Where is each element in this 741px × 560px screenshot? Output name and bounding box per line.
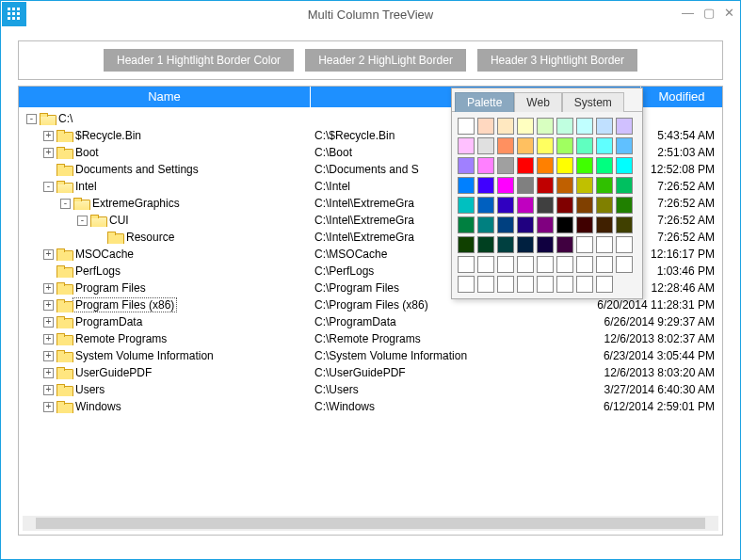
color-swatch[interactable] (477, 118, 494, 135)
color-swatch[interactable] (458, 276, 475, 293)
header2-button[interactable]: Header 2 HighLight Border (305, 49, 466, 72)
color-swatch[interactable] (556, 256, 573, 273)
expander-icon[interactable]: - (43, 182, 54, 192)
color-swatch[interactable] (497, 137, 514, 154)
color-swatch[interactable] (596, 197, 613, 214)
color-swatch[interactable] (477, 216, 494, 233)
color-swatch[interactable] (458, 256, 475, 273)
color-swatch[interactable] (576, 236, 593, 253)
expander-icon[interactable]: - (77, 216, 88, 226)
tree-row[interactable]: +UsersC:\Users3/27/2014 6:40:30 AM (19, 381, 722, 398)
color-swatch[interactable] (537, 216, 554, 233)
color-swatch[interactable] (537, 236, 554, 253)
color-swatch[interactable] (537, 157, 554, 174)
expander-icon[interactable]: + (43, 351, 54, 361)
color-swatch[interactable] (517, 118, 534, 135)
color-swatch[interactable] (497, 256, 514, 273)
color-swatch[interactable] (576, 118, 593, 135)
color-swatch[interactable] (556, 157, 573, 174)
color-swatch[interactable] (477, 157, 494, 174)
tree-row[interactable]: +UserGuidePDFC:\UserGuidePDF12/6/2013 8:… (19, 364, 722, 381)
color-swatch[interactable] (537, 256, 554, 273)
close-icon[interactable]: ✕ (724, 7, 734, 19)
color-swatch[interactable] (596, 177, 613, 194)
color-swatch[interactable] (497, 236, 514, 253)
column-name[interactable]: Name (19, 87, 311, 107)
color-swatch[interactable] (458, 197, 475, 214)
color-swatch[interactable] (517, 236, 534, 253)
color-swatch[interactable] (596, 276, 613, 293)
expander-icon[interactable]: + (43, 131, 54, 141)
color-swatch[interactable] (458, 216, 475, 233)
tab-system[interactable]: System (562, 92, 624, 112)
color-swatch[interactable] (596, 216, 613, 233)
color-swatch[interactable] (477, 197, 494, 214)
color-swatch[interactable] (477, 276, 494, 293)
column-modified[interactable]: Modified (641, 87, 722, 107)
color-swatch[interactable] (497, 197, 514, 214)
tree-row[interactable]: +Remote ProgramsC:\Remote Programs12/6/2… (19, 330, 722, 347)
color-swatch[interactable] (556, 236, 573, 253)
color-swatch[interactable] (497, 118, 514, 135)
color-swatch[interactable] (458, 236, 475, 253)
color-swatch[interactable] (537, 118, 554, 135)
color-swatch[interactable] (616, 197, 633, 214)
expander-icon[interactable]: + (43, 249, 54, 260)
color-swatch[interactable] (576, 256, 593, 273)
color-swatch[interactable] (556, 177, 573, 194)
color-swatch[interactable] (537, 137, 554, 154)
header3-button[interactable]: Header 3 Hightlight Border (477, 49, 637, 72)
color-swatch[interactable] (517, 276, 534, 293)
expander-icon[interactable]: + (43, 148, 54, 158)
color-swatch[interactable] (537, 197, 554, 214)
color-swatch[interactable] (576, 157, 593, 174)
minimize-icon[interactable]: — (682, 7, 694, 19)
color-swatch[interactable] (616, 236, 633, 253)
expander-icon[interactable]: + (43, 402, 54, 412)
color-swatch[interactable] (596, 118, 613, 135)
color-swatch[interactable] (517, 256, 534, 273)
color-swatch[interactable] (517, 177, 534, 194)
expander-icon[interactable]: + (43, 385, 54, 395)
color-swatch[interactable] (576, 137, 593, 154)
color-swatch[interactable] (616, 157, 633, 174)
color-swatch[interactable] (477, 137, 494, 154)
color-swatch[interactable] (556, 276, 573, 293)
color-swatch[interactable] (517, 137, 534, 154)
horizontal-scrollbar[interactable] (23, 516, 718, 531)
header1-button[interactable]: Header 1 Hightlight Border Color (104, 49, 294, 72)
tab-web[interactable]: Web (514, 92, 561, 112)
color-swatch[interactable] (537, 177, 554, 194)
maximize-icon[interactable]: ▢ (703, 7, 715, 19)
color-swatch[interactable] (616, 137, 633, 154)
color-swatch[interactable] (477, 256, 494, 273)
tree-row[interactable]: +WindowsC:\Windows6/12/2014 2:59:01 PM (19, 398, 722, 415)
color-swatch[interactable] (497, 216, 514, 233)
color-swatch[interactable] (596, 236, 613, 253)
color-swatch[interactable] (537, 276, 554, 293)
color-swatch[interactable] (458, 137, 475, 154)
color-swatch[interactable] (556, 137, 573, 154)
color-swatch[interactable] (596, 137, 613, 154)
color-swatch[interactable] (616, 216, 633, 233)
color-swatch[interactable] (556, 197, 573, 214)
color-swatch[interactable] (477, 177, 494, 194)
color-swatch[interactable] (616, 118, 633, 135)
color-swatch[interactable] (616, 177, 633, 194)
color-swatch[interactable] (497, 177, 514, 194)
color-swatch[interactable] (596, 256, 613, 273)
color-swatch[interactable] (477, 236, 494, 253)
tree-row[interactable]: +System Volume InformationC:\System Volu… (19, 347, 722, 364)
expander-icon[interactable]: - (60, 199, 71, 209)
color-swatch[interactable] (517, 157, 534, 174)
tree-row[interactable]: +ProgramDataC:\ProgramData6/26/2014 9:29… (19, 313, 722, 330)
color-swatch[interactable] (576, 177, 593, 194)
color-swatch[interactable] (458, 157, 475, 174)
color-swatch[interactable] (616, 256, 633, 273)
color-swatch[interactable] (458, 118, 475, 135)
color-swatch[interactable] (517, 197, 534, 214)
color-swatch[interactable] (497, 157, 514, 174)
expander-icon[interactable]: + (43, 283, 54, 294)
expander-icon[interactable]: + (43, 334, 54, 344)
color-swatch[interactable] (517, 216, 534, 233)
